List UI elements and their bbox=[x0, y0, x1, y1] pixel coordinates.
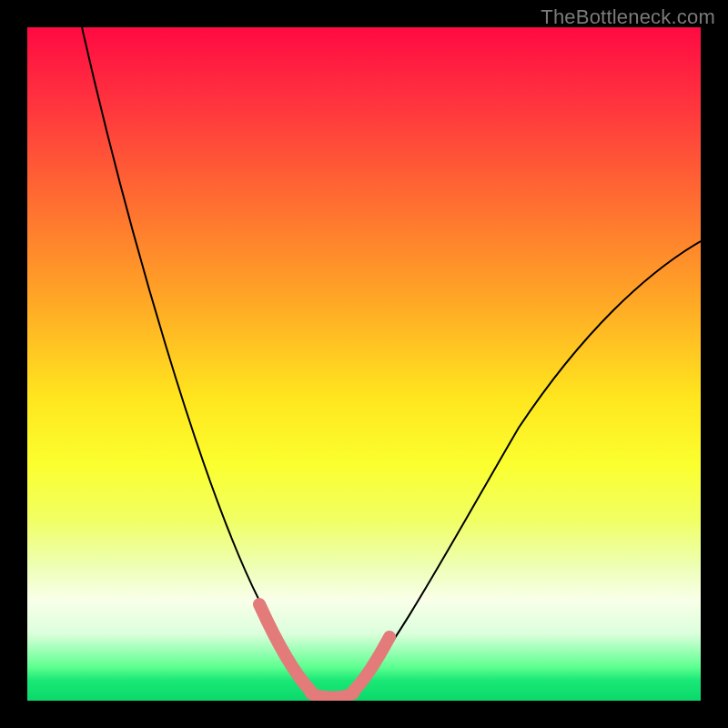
marker-left bbox=[259, 604, 311, 692]
curve-right-branch bbox=[353, 241, 701, 693]
watermark-text: TheBottleneck.com bbox=[541, 5, 715, 29]
chart-frame: TheBottleneck.com bbox=[0, 0, 728, 728]
marker-bottom bbox=[311, 693, 353, 698]
plot-area bbox=[27, 27, 701, 701]
curve-layer bbox=[27, 27, 701, 701]
curve-left-branch bbox=[82, 27, 314, 693]
marker-right bbox=[353, 637, 389, 692]
